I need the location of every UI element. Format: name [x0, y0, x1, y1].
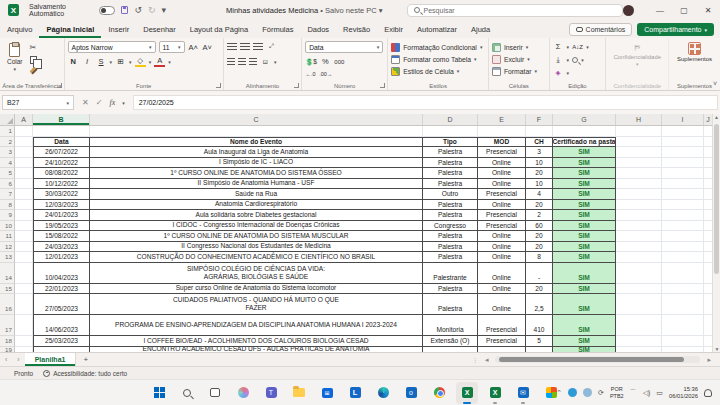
cell-certificado[interactable]: SIM — [553, 252, 616, 263]
cell-data[interactable]: 24/03/2023 — [33, 242, 90, 253]
cell-col-J[interactable] — [704, 231, 712, 242]
addins-button[interactable]: Suplementos — [672, 41, 717, 63]
number-dialog-launcher[interactable] — [380, 83, 385, 88]
hscroll-thumb[interactable] — [499, 357, 684, 362]
cell-nome-do-evento[interactable] — [90, 126, 423, 137]
cell-col-H[interactable] — [616, 263, 662, 284]
clock[interactable]: 15:3606/01/2026 — [669, 386, 698, 400]
cell-data[interactable]: 26/07/2022 — [33, 147, 90, 158]
cell-col-H[interactable] — [616, 221, 662, 232]
cell-tipo[interactable]: Congresso — [423, 221, 478, 232]
formula-bar-caret[interactable]: ▾ — [122, 100, 125, 106]
cell-data[interactable]: 14/06/2023 — [33, 315, 90, 336]
cell-ch[interactable]: 20 — [526, 231, 553, 242]
cell-col-A[interactable] — [15, 221, 33, 232]
row-number[interactable]: 17 — [0, 315, 15, 336]
cell-certificado[interactable]: SIM — [553, 242, 616, 253]
cell-tipo[interactable]: Palestra — [423, 210, 478, 221]
format-as-table-button[interactable]: Formatar como Tabela▾ — [391, 53, 485, 65]
format-cells-button[interactable]: Formatar▾ — [492, 65, 546, 77]
row-number[interactable]: 18 — [0, 336, 15, 347]
cell-col-H[interactable] — [616, 179, 662, 190]
cell-ch[interactable] — [526, 126, 553, 137]
cell-col-I[interactable] — [662, 242, 704, 253]
cell-mod[interactable]: Online — [478, 263, 526, 284]
cell-col-H[interactable] — [616, 137, 662, 148]
cell-col-I[interactable] — [662, 315, 704, 336]
cell-nome-do-evento[interactable]: SIMPÓSIO COLÉGIO DE CIÊNCIAS DA VIDA: AG… — [90, 263, 423, 284]
cell-ch[interactable]: 10 — [526, 158, 553, 169]
font-color-button[interactable]: A — [154, 56, 165, 67]
start-button[interactable] — [148, 382, 170, 404]
formula-input[interactable]: 27/02/2025 — [133, 95, 718, 110]
cell-mod[interactable]: Online — [478, 284, 526, 295]
cell-certificado[interactable]: SIM — [553, 315, 616, 336]
cell-col-A[interactable] — [15, 336, 33, 347]
cell-data[interactable]: 25/03/2023 — [33, 336, 90, 347]
insert-cells-button[interactable]: Inserir▾ — [492, 41, 546, 53]
cell-ch[interactable]: 410 — [526, 315, 553, 336]
cell-ch[interactable]: 20 — [526, 168, 553, 179]
column-header-F[interactable]: F — [526, 114, 553, 125]
cell-col-I[interactable] — [662, 168, 704, 179]
clipboard-dialog-launcher[interactable] — [57, 83, 62, 88]
row-number[interactable]: 4 — [0, 158, 15, 169]
column-header-J[interactable]: J — [704, 114, 712, 125]
align-center-icon[interactable] — [238, 58, 246, 66]
align-left-icon[interactable] — [227, 58, 235, 66]
cell-certificado[interactable]: SIM — [553, 158, 616, 169]
vertical-scrollbar[interactable]: ▲▼ — [712, 114, 720, 352]
cell-tipo[interactable] — [423, 126, 478, 137]
grow-font-button[interactable]: A˄ — [188, 42, 199, 53]
cell-col-I[interactable] — [662, 336, 704, 347]
cell-mod[interactable]: Online — [478, 168, 526, 179]
cell-nome-do-evento[interactable]: Aula Inaugural da Liga de Anatomia — [90, 147, 423, 158]
cell-certificado[interactable]: Certificado na pasta — [553, 137, 616, 148]
clear-button[interactable]: ◈ — [553, 67, 564, 78]
cell-col-A[interactable] — [15, 263, 33, 284]
vscroll-thumb[interactable] — [714, 124, 719, 274]
cell-col-I[interactable] — [662, 200, 704, 211]
cell-col-A[interactable] — [15, 200, 33, 211]
cell-col-J[interactable] — [704, 189, 712, 200]
cell-col-H[interactable] — [616, 158, 662, 169]
row-number[interactable]: 3 — [0, 147, 15, 158]
mail-app-button[interactable]: ✉ — [512, 382, 534, 404]
task-view-button[interactable] — [204, 382, 226, 404]
user-avatar[interactable] — [623, 5, 634, 16]
horizontal-scrollbar[interactable] — [495, 356, 700, 363]
cell-col-H[interactable] — [616, 252, 662, 263]
cell-nome-do-evento[interactable]: Aula solidária sobre Diabetes gestaciona… — [90, 210, 423, 221]
cell-nome-do-evento[interactable]: II Congresso Nacional dos Estudantes de … — [90, 242, 423, 253]
shrink-font-button[interactable]: A˅ — [202, 42, 213, 53]
row-number[interactable]: 15 — [0, 284, 15, 295]
select-all-corner[interactable] — [0, 114, 15, 125]
cell-tipo[interactable]: Palestra — [423, 231, 478, 242]
merge-center-icon[interactable]: ⊡ — [260, 56, 271, 67]
column-header-H[interactable]: H — [616, 114, 662, 125]
cancel-formula-icon[interactable]: ✕ — [82, 98, 89, 107]
save-icon[interactable] — [121, 6, 128, 14]
cell-col-H[interactable] — [616, 336, 662, 347]
row-number[interactable]: 7 — [0, 189, 15, 200]
notification-bell-icon[interactable] — [704, 389, 712, 397]
cell-mod[interactable]: MOD — [478, 137, 526, 148]
cell-col-H[interactable] — [616, 168, 662, 179]
collapse-ribbon-icon[interactable]: ˅ — [713, 80, 717, 87]
microsoft365-button[interactable] — [540, 382, 562, 404]
document-title[interactable]: Minhas atividades Medicina • Salvo neste… — [226, 6, 383, 15]
cell-col-H[interactable] — [616, 284, 662, 295]
cell-certificado[interactable]: SIM — [553, 179, 616, 190]
sheet-next-icon[interactable]: › — [12, 356, 24, 363]
update-icon[interactable]: ⟳ — [598, 389, 604, 397]
font-name-select[interactable]: Aptos Narrow▾ — [68, 41, 156, 53]
column-header-G[interactable]: G — [553, 114, 616, 125]
cell-tipo[interactable]: Monitoria — [423, 315, 478, 336]
cell-nome-do-evento[interactable]: PROGRAMA DE ENSINO-APRENDIZAGEM DA DISCI… — [90, 315, 423, 336]
autosave-toggle[interactable] — [99, 6, 115, 15]
linkedin-button[interactable]: L — [344, 382, 366, 404]
cell-tipo[interactable]: Extensão (O) — [423, 336, 478, 347]
cell-data[interactable]: 19/05/2023 — [33, 221, 90, 232]
cell-col-J[interactable] — [704, 147, 712, 158]
cell-col-A[interactable] — [15, 126, 33, 137]
